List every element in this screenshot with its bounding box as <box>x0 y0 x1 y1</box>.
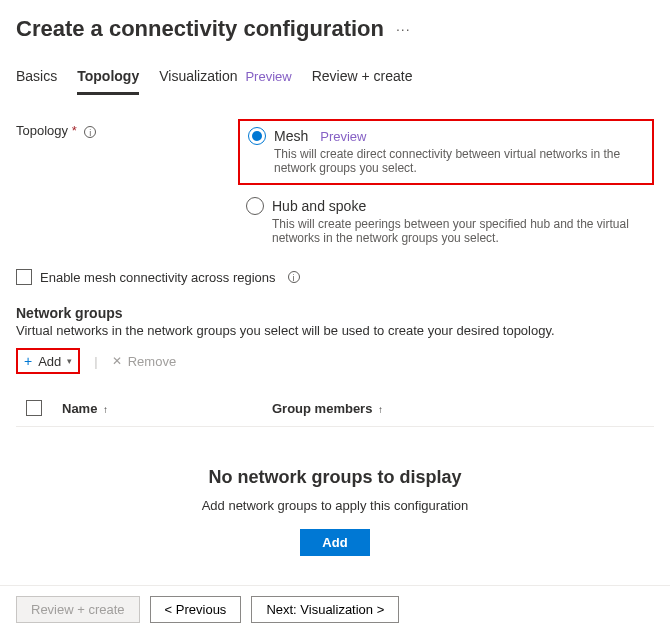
required-asterisk: * <box>72 123 77 138</box>
mesh-option-highlight: Mesh Preview This will create direct con… <box>238 119 654 185</box>
mesh-preview-badge: Preview <box>320 129 366 144</box>
hubspoke-radio-row[interactable]: Hub and spoke <box>246 197 646 215</box>
network-groups-title: Network groups <box>16 305 654 321</box>
empty-state-title: No network groups to display <box>16 467 654 488</box>
add-button[interactable]: + Add ▾ <box>16 348 80 374</box>
mesh-radio-row[interactable]: Mesh Preview <box>248 127 644 145</box>
chevron-down-icon: ▾ <box>67 356 72 366</box>
toolbar-divider: | <box>94 354 97 369</box>
tab-visualization[interactable]: Visualization Preview <box>159 62 292 95</box>
column-name[interactable]: Name ↑ <box>62 401 252 416</box>
sort-up-icon: ↑ <box>378 404 383 415</box>
previous-button[interactable]: < Previous <box>150 596 242 623</box>
add-button-label: Add <box>38 354 61 369</box>
preview-badge: Preview <box>245 69 291 84</box>
select-all-checkbox[interactable] <box>26 400 42 416</box>
empty-add-button[interactable]: Add <box>300 529 369 556</box>
sort-up-icon: ↑ <box>103 404 108 415</box>
hubspoke-radio-desc: This will create peerings between your s… <box>272 217 646 245</box>
tab-strip: Basics Topology Visualization Preview Re… <box>16 62 654 95</box>
tab-basics[interactable]: Basics <box>16 62 57 95</box>
info-icon[interactable]: i <box>288 271 300 283</box>
plus-icon: + <box>24 353 32 369</box>
remove-button: ✕ Remove <box>112 354 176 369</box>
mesh-radio-label: Mesh <box>274 128 308 144</box>
mesh-regions-label: Enable mesh connectivity across regions <box>40 270 276 285</box>
next-button[interactable]: Next: Visualization > <box>251 596 399 623</box>
close-icon: ✕ <box>112 354 122 368</box>
column-members[interactable]: Group members ↑ <box>272 401 383 416</box>
topology-label: Topology <box>16 123 68 138</box>
tab-review[interactable]: Review + create <box>312 62 413 95</box>
empty-state-desc: Add network groups to apply this configu… <box>16 498 654 513</box>
mesh-regions-checkbox[interactable] <box>16 269 32 285</box>
mesh-regions-row[interactable]: Enable mesh connectivity across regions … <box>16 269 654 285</box>
page-title: Create a connectivity configuration <box>16 16 384 42</box>
hubspoke-radio[interactable] <box>246 197 264 215</box>
tab-topology[interactable]: Topology <box>77 62 139 95</box>
mesh-radio-desc: This will create direct connectivity bet… <box>274 147 644 175</box>
network-groups-desc: Virtual networks in the network groups y… <box>16 323 654 338</box>
tab-visualization-label: Visualization <box>159 68 237 84</box>
review-create-button: Review + create <box>16 596 140 623</box>
more-icon[interactable]: ··· <box>396 21 411 37</box>
hubspoke-radio-label: Hub and spoke <box>272 198 366 214</box>
info-icon[interactable]: i <box>84 126 96 138</box>
remove-button-label: Remove <box>128 354 176 369</box>
mesh-radio[interactable] <box>248 127 266 145</box>
